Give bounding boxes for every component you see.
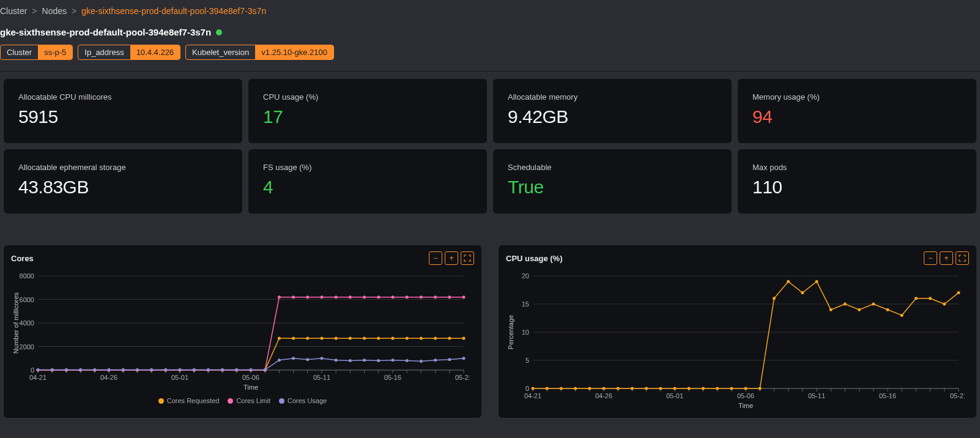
svg-point-203 bbox=[645, 387, 648, 390]
svg-point-103 bbox=[335, 295, 338, 299]
svg-point-80 bbox=[448, 337, 451, 340]
svg-text:05-21: 05-21 bbox=[950, 392, 965, 399]
svg-point-222 bbox=[915, 297, 918, 300]
zoom-out-button[interactable]: − bbox=[429, 251, 442, 265]
status-dot-icon bbox=[216, 29, 222, 35]
legend-item: Cores Requested bbox=[158, 397, 220, 404]
svg-point-209 bbox=[730, 387, 733, 390]
tag-kubelet-version[interactable]: Kubelet_version v1.25.10-gke.2100 bbox=[185, 45, 334, 60]
svg-point-77 bbox=[406, 337, 409, 340]
breadcrumb: Cluster > Nodes > gke-sixthsense-prod-de… bbox=[0, 0, 980, 22]
svg-text:2000: 2000 bbox=[20, 343, 34, 351]
svg-point-107 bbox=[392, 295, 395, 299]
svg-point-111 bbox=[448, 295, 451, 299]
page-title-row: gke-sixthsense-prod-default-pool-394e8ef… bbox=[0, 22, 980, 45]
svg-text:8000: 8000 bbox=[20, 272, 34, 280]
svg-point-72 bbox=[335, 337, 338, 340]
card-label: Schedulable bbox=[508, 163, 717, 172]
svg-point-109 bbox=[420, 295, 423, 299]
svg-point-114 bbox=[51, 368, 54, 371]
breadcrumb-nodes[interactable]: Nodes bbox=[42, 6, 67, 16]
legend-item: Cores Limit bbox=[228, 397, 270, 404]
expand-button[interactable] bbox=[956, 251, 969, 265]
card-label: Allocatable memory bbox=[508, 92, 717, 102]
svg-point-141 bbox=[434, 358, 437, 362]
card-label: Allocatable CPU millicores bbox=[18, 92, 228, 102]
svg-point-221 bbox=[900, 314, 904, 317]
chart-controls: − + bbox=[429, 251, 474, 265]
svg-point-125 bbox=[207, 368, 210, 371]
svg-point-138 bbox=[392, 358, 395, 362]
legend-label: Cores Usage bbox=[288, 397, 327, 404]
breadcrumb-sep: > bbox=[32, 6, 37, 16]
svg-point-214 bbox=[801, 291, 804, 294]
svg-point-112 bbox=[462, 295, 466, 299]
svg-text:20: 20 bbox=[522, 272, 529, 280]
chart-panel-cores: Cores − + 0200040006000800004-2104-2605-… bbox=[4, 245, 481, 418]
svg-text:04-21: 04-21 bbox=[524, 392, 541, 399]
svg-text:05-01: 05-01 bbox=[171, 374, 188, 381]
svg-point-74 bbox=[363, 337, 366, 340]
svg-point-68 bbox=[278, 337, 281, 340]
svg-point-69 bbox=[292, 337, 295, 340]
svg-point-130 bbox=[278, 358, 281, 362]
svg-point-134 bbox=[335, 358, 338, 362]
tag-key: Cluster bbox=[1, 45, 38, 59]
svg-text:6000: 6000 bbox=[20, 296, 34, 303]
svg-point-212 bbox=[773, 297, 776, 300]
breadcrumb-current: gke-sixthsense-prod-default-pool-394e8ef… bbox=[81, 6, 266, 16]
svg-text:Time: Time bbox=[243, 384, 258, 391]
card-schedulable: Schedulable True bbox=[493, 149, 732, 213]
svg-point-143 bbox=[462, 357, 466, 360]
svg-point-220 bbox=[886, 308, 889, 311]
svg-point-224 bbox=[943, 303, 946, 306]
svg-point-140 bbox=[420, 360, 423, 363]
chart-title: Cores bbox=[11, 254, 34, 263]
svg-point-207 bbox=[702, 387, 705, 390]
legend-label: Cores Requested bbox=[167, 397, 220, 404]
breadcrumb-cluster[interactable]: Cluster bbox=[0, 6, 27, 16]
zoom-out-button[interactable]: − bbox=[924, 251, 937, 265]
svg-text:15: 15 bbox=[522, 300, 529, 308]
chart-panel-cpu-usage: CPU usage (%) − + 0510152004-2104-2605-0… bbox=[499, 245, 976, 418]
svg-point-108 bbox=[406, 295, 409, 299]
svg-point-118 bbox=[108, 368, 111, 371]
card-label: CPU usage (%) bbox=[263, 92, 472, 102]
svg-point-127 bbox=[235, 368, 238, 371]
svg-text:4000: 4000 bbox=[20, 319, 34, 327]
card-label: Allocatable ephemeral storage bbox=[18, 163, 228, 172]
zoom-in-button[interactable]: + bbox=[445, 251, 458, 265]
card-allocatable-storage: Allocatable ephemeral storage 43.83GB bbox=[4, 149, 242, 213]
svg-point-211 bbox=[759, 387, 762, 390]
svg-point-100 bbox=[292, 295, 295, 299]
svg-point-131 bbox=[292, 357, 295, 360]
svg-text:05-11: 05-11 bbox=[313, 374, 330, 381]
svg-text:05-21: 05-21 bbox=[455, 374, 470, 381]
chart-header: Cores − + bbox=[11, 251, 474, 265]
svg-point-120 bbox=[136, 368, 139, 371]
svg-point-105 bbox=[363, 295, 366, 299]
cpu-chart-svg: 0510152004-2104-2605-0105-0605-1105-1605… bbox=[506, 270, 965, 410]
zoom-in-button[interactable]: + bbox=[940, 251, 953, 265]
svg-point-208 bbox=[716, 387, 719, 390]
expand-button[interactable] bbox=[461, 251, 474, 265]
svg-point-123 bbox=[179, 368, 182, 371]
svg-point-115 bbox=[65, 368, 68, 371]
card-value: 94 bbox=[752, 106, 962, 127]
svg-point-132 bbox=[306, 358, 309, 361]
svg-point-78 bbox=[420, 337, 423, 340]
legend-dot-icon bbox=[158, 398, 164, 404]
cards-grid: Allocatable CPU millicores 5915 CPU usag… bbox=[0, 79, 980, 221]
tag-cluster[interactable]: Cluster ss-p-5 bbox=[0, 45, 73, 60]
svg-point-210 bbox=[744, 387, 748, 390]
card-memory-usage: Memory usage (%) 94 bbox=[738, 79, 976, 143]
svg-point-135 bbox=[349, 359, 352, 362]
tag-ip-address[interactable]: Ip_address 10.4.4.226 bbox=[78, 45, 180, 60]
svg-text:Percentage: Percentage bbox=[507, 315, 514, 349]
svg-text:05-16: 05-16 bbox=[384, 374, 401, 381]
svg-point-205 bbox=[674, 387, 677, 390]
svg-point-71 bbox=[321, 337, 324, 340]
svg-point-133 bbox=[321, 357, 324, 360]
svg-text:05-16: 05-16 bbox=[879, 392, 896, 399]
divider bbox=[0, 71, 980, 72]
